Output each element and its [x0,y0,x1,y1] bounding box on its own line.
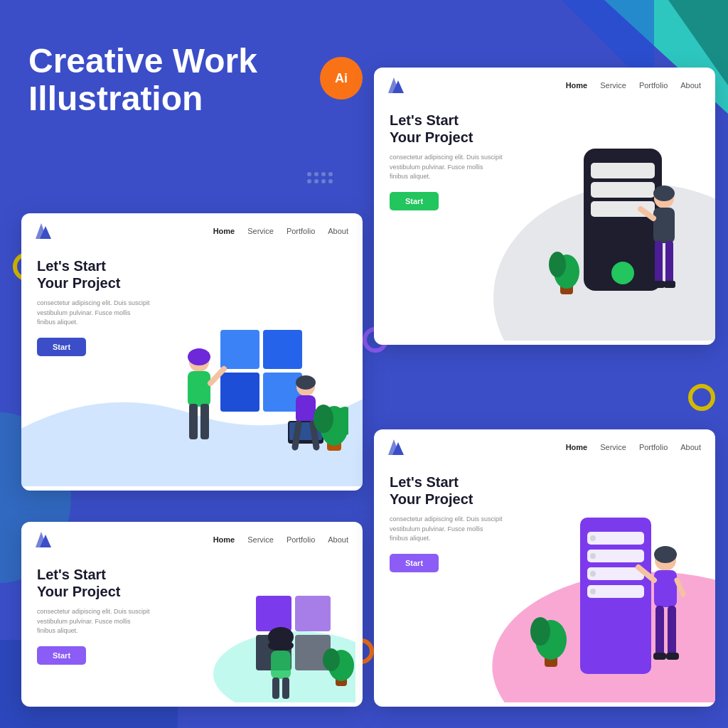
svg-rect-7 [220,330,259,369]
card4-nav: Home Service Portfolio About [374,429,715,461]
card3-desc: consectetur adipiscing elit. Duis suscip… [37,607,151,636]
svg-line-22 [295,424,299,447]
mockup-card-4: Home Service Portfolio About Let's Start… [374,429,715,707]
card2-nav-links: Home Service Portfolio About [566,81,701,90]
card1-nav-service[interactable]: Service [247,227,274,235]
title-area: Creative Work Illustration [28,43,299,118]
svg-rect-43 [655,241,663,284]
card2-body: Let's Start Your Project consectetur adi… [374,99,715,341]
card4-logo [388,439,408,455]
svg-rect-8 [263,330,302,369]
card2-nav-about[interactable]: About [680,81,701,90]
card1-body: Let's Start Your Project consectetur adi… [21,245,363,486]
card2-nav-portfolio[interactable]: Portfolio [639,81,668,90]
card3-nav-about[interactable]: About [328,535,348,544]
svg-rect-58 [272,678,279,699]
card2-logo [388,77,408,93]
svg-point-77 [530,617,550,646]
card4-start-button[interactable]: Start [390,554,439,572]
svg-point-56 [268,640,294,651]
mockup-card-1: Home Service Portfolio About Let's Start… [21,213,363,491]
svg-rect-46 [664,281,675,288]
card1-heading: Let's Start Your Project [37,257,347,291]
card4-body: Let's Start Your Project consectetur adi… [374,461,715,702]
svg-rect-15 [200,404,209,439]
svg-rect-45 [653,281,665,288]
svg-rect-83 [655,606,664,655]
svg-rect-80 [654,570,677,607]
card2-start-button[interactable]: Start [390,192,439,210]
card1-logo [36,223,55,239]
svg-point-74 [590,589,596,594]
card3-nav: Home Service Portfolio About [21,522,363,553]
ai-badge: Ai [320,57,363,100]
card4-nav-about[interactable]: About [680,443,701,451]
card2-heading: Let's Start Your Project [390,112,700,146]
svg-rect-85 [653,653,666,660]
card4-nav-portfolio[interactable]: Portfolio [639,443,668,451]
svg-rect-51 [295,596,331,631]
card3-nav-links: Home Service Portfolio About [213,535,348,544]
card3-start-button[interactable]: Start [37,646,86,665]
card3-logo [36,532,55,547]
card4-nav-home[interactable]: Home [566,443,588,451]
card3-nav-portfolio[interactable]: Portfolio [287,535,315,544]
svg-point-40 [653,186,675,201]
svg-rect-86 [666,653,679,660]
svg-rect-41 [653,208,675,243]
svg-rect-33 [591,182,655,198]
card4-nav-links: Home Service Portfolio About [566,443,701,451]
svg-rect-59 [282,678,289,699]
page-title: Creative Work Illustration [28,43,299,118]
card1-nav-about[interactable]: About [328,227,348,235]
svg-point-26 [314,405,333,433]
svg-rect-14 [189,404,198,439]
card1-nav-links: Home Service Portfolio About [213,227,348,235]
card3-body: Let's Start Your Project consectetur adi… [21,553,363,702]
svg-point-62 [323,648,340,671]
main-container: Creative Work Illustration Ai Home Servi… [0,0,728,728]
card1-nav-portfolio[interactable]: Portfolio [287,227,315,235]
svg-point-73 [590,571,596,577]
card1-nav-home[interactable]: Home [213,227,235,235]
svg-line-82 [677,580,683,594]
svg-point-72 [590,553,596,559]
svg-rect-50 [256,596,291,631]
mockup-card-3: Home Service Portfolio About Let's Start… [21,522,363,707]
card4-nav-service[interactable]: Service [600,443,626,451]
decorative-circle-yellow-right [688,384,715,411]
svg-point-38 [549,252,566,277]
card2-nav-service[interactable]: Service [600,81,626,90]
svg-point-18 [296,375,316,390]
svg-rect-44 [665,241,673,284]
mockup-card-2: Home Service Portfolio About Let's Start… [374,68,715,345]
svg-rect-9 [220,373,259,412]
svg-rect-13 [188,371,210,407]
svg-rect-84 [668,606,676,655]
card2-nav: Home Service Portfolio About [374,68,715,99]
card3-nav-service[interactable]: Service [247,535,274,544]
card1-desc: consectetur adipiscing elit. Duis suscip… [37,299,151,328]
card4-desc: consectetur adipiscing elit. Duis suscip… [390,515,503,544]
svg-point-71 [590,535,596,541]
card1-nav: Home Service Portfolio About [21,213,363,245]
svg-rect-32 [591,163,655,178]
card3-nav-home[interactable]: Home [213,535,235,544]
svg-point-35 [611,262,634,284]
svg-point-12 [188,348,210,365]
svg-rect-19 [296,395,316,424]
dots-pattern [306,171,334,185]
svg-point-79 [654,546,677,563]
card2-nav-home[interactable]: Home [566,81,588,90]
card2-desc: consectetur adipiscing elit. Duis suscip… [390,153,503,182]
svg-rect-57 [271,651,291,679]
